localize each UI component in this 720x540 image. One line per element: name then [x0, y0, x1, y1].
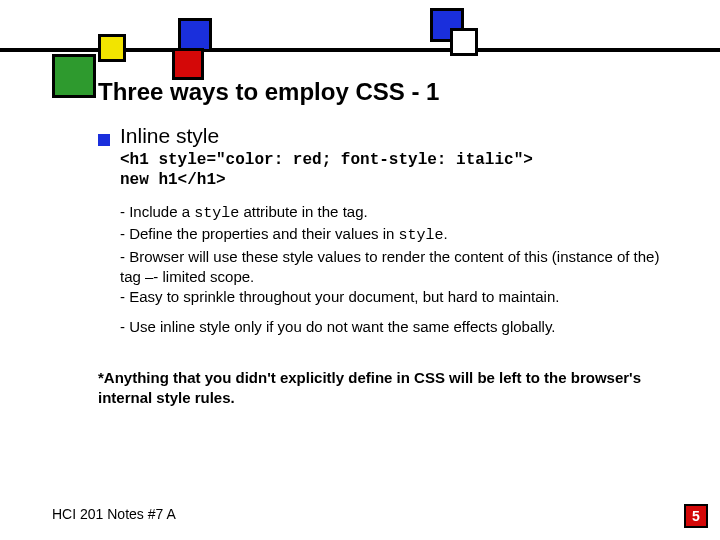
section-heading: Inline style — [120, 124, 219, 148]
bullet-list: - Include a style attribute in the tag.-… — [120, 202, 680, 307]
footnote: *Anything that you didn't explicitly def… — [98, 368, 680, 409]
square-white-icon — [450, 28, 478, 56]
code-sample: <h1 style="color: red; font-style: itali… — [120, 150, 680, 190]
square-blue-icon — [178, 18, 212, 52]
slide-title: Three ways to employ CSS - 1 — [98, 78, 680, 106]
square-yellow-icon — [98, 34, 126, 62]
square-red-icon — [172, 48, 204, 80]
square-bullet-icon — [98, 134, 110, 146]
footer-text: HCI 201 Notes #7 A — [52, 506, 176, 522]
bullet-extra: - Use inline style only if you do not wa… — [120, 317, 680, 337]
page-number-badge: 5 — [684, 504, 708, 528]
header-decoration — [0, 0, 720, 80]
bullet-row: Inline style — [98, 124, 680, 148]
slide-content: Three ways to employ CSS - 1 Inline styl… — [52, 78, 680, 408]
